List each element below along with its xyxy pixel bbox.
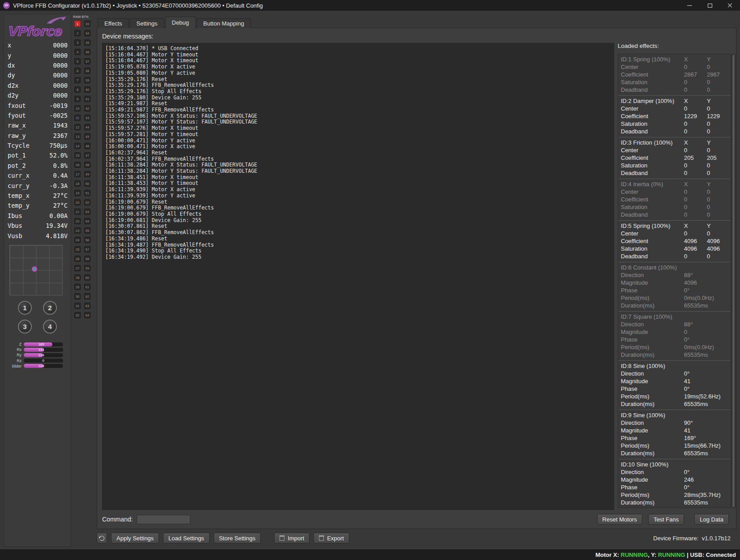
log-line: [15:35:29.180] Device Gain: 255 [105, 95, 611, 101]
effect-header: ID:7 Square (100%) [621, 313, 731, 321]
raw-button-40: 40 [84, 86, 90, 93]
raw-button-3: 3 [74, 39, 81, 46]
axis-bars: Z185Rx131Ry124Rz0Slider128 [7, 342, 63, 369]
effect-header: ID:2 Damper (100%)XY [621, 97, 731, 105]
raw-button-7: 7 [74, 77, 81, 83]
window-title: VPforce FFB Configurator (v1.0.17b2) • J… [13, 2, 263, 9]
effect-param-value-x: 88° [684, 271, 707, 279]
log-line: [15:35:29.176] Stop All Effects [105, 89, 611, 95]
effect-title: ID:4 Inertia (0%) [621, 180, 684, 188]
effect-param-label: Magnitude [621, 328, 684, 336]
effect-param-value-x: 19ms(52.6Hz) [684, 393, 707, 400]
apply-settings-button[interactable]: Apply Settings [111, 533, 159, 543]
effect-param-label: Magnitude [621, 377, 684, 385]
log-line: [15:49:21.987] Reset [105, 101, 611, 107]
effect-param-value-y: 4096 [707, 237, 731, 245]
effects-scrollbar[interactable] [731, 54, 736, 508]
raw-button-2: 2 [74, 30, 81, 36]
telemetry-readout: x0000y0000dx0000dy0000d2x0000d2y0000fxou… [8, 40, 68, 241]
minimize-button[interactable] [680, 0, 700, 11]
log-line: [15:19:05.078] Motor X active [105, 64, 611, 70]
effect-col-x: X [684, 139, 707, 146]
effect-col-y: Y [707, 222, 731, 230]
telemetry-row-raw_x: raw_x1943 [8, 120, 68, 130]
effects-scrollbar-handle[interactable] [732, 55, 735, 507]
button-indicator-4: 4 [43, 320, 57, 333]
telemetry-row-raw_y: raw_y2367 [8, 131, 68, 141]
effect-param-label: Duration(ms) [621, 449, 684, 457]
effect-param-row: Period(ms)0ms(0.0Hz) [621, 294, 731, 302]
refresh-button[interactable] [97, 533, 107, 543]
log-data-button[interactable]: Log Data [694, 514, 729, 525]
raw-button-43: 43 [84, 115, 90, 121]
effect-param-label: Period(ms) [621, 294, 684, 302]
telemetry-label: y [8, 52, 11, 59]
axis-value: 131 [24, 348, 44, 352]
effect-param-row: Period(ms)0ms(0.0Hz) [621, 343, 731, 351]
telemetry-value: 2367 [53, 132, 68, 139]
store-settings-button[interactable]: Store Settings [214, 533, 261, 543]
effect-param-value-y: 0 [707, 252, 731, 260]
telemetry-label: pot_1 [8, 152, 26, 159]
raw-button-24: 24 [74, 237, 81, 243]
close-button[interactable] [720, 0, 740, 11]
effect-param-row: Direction90° [621, 419, 731, 427]
effect-param-value-x: 4096 [684, 245, 707, 252]
device-messages-console[interactable]: [15:16:04.370] * USB Connected[15:16:04.… [102, 43, 614, 510]
log-line: [15:49:21.987] FFB_RemoveAllEffects [105, 107, 611, 113]
telemetry-row-d2x: d2x0000 [8, 81, 68, 90]
effect-param-row: Deadband00 [621, 252, 731, 260]
raw-button-47: 47 [84, 152, 90, 158]
telemetry-panel: VPforce x0000y0000dx0000dy0000d2x0000d2y… [4, 14, 71, 547]
effect-param-value-x: 169° [684, 434, 707, 442]
maximize-button[interactable] [700, 0, 720, 11]
effect-header: ID:4 Inertia (0%)XY [621, 180, 731, 188]
telemetry-value: -0.3A [49, 182, 68, 189]
raw-button-16: 16 [74, 162, 81, 168]
effect-param-value-x: 15ms(66.7Hz) [684, 442, 707, 449]
raw-button-15: 15 [74, 152, 81, 158]
effect-param-label: Phase [621, 385, 684, 393]
load-settings-button[interactable]: Load Settings [163, 533, 210, 543]
telemetry-value: 4.818V [46, 232, 68, 239]
effect-col-y: Y [707, 139, 731, 146]
test-fans-button[interactable]: Test Fans [648, 514, 684, 525]
effect-param-label: Magnitude [621, 476, 684, 483]
effect-param-label: Direction [621, 370, 684, 377]
telemetry-label: x [8, 42, 11, 49]
effect-param-label: Period(ms) [621, 491, 684, 499]
export-button[interactable]: Export [314, 533, 349, 543]
effect-param-value-y: 0 [707, 188, 731, 196]
log-line: [16:19:00.679] FFB_RemoveAllEffects [105, 205, 611, 211]
command-input[interactable] [137, 515, 190, 524]
raw-button-55: 55 [84, 227, 90, 234]
debug-action-buttons: Reset Motors Test Fans Log Data [597, 514, 729, 525]
raw-button-56: 56 [84, 237, 90, 243]
tab-debug[interactable]: Debug [165, 17, 196, 28]
raw-button-37: 37 [84, 58, 90, 64]
raw-button-20: 20 [74, 199, 81, 205]
raw-button-1: 1 [74, 21, 81, 27]
effect-param-value-x: 0 [684, 328, 707, 336]
axis-row-rz: Rz0 [7, 358, 63, 363]
command-row: Command: [102, 514, 190, 525]
effect-param-row: Phase169° [621, 434, 731, 442]
tab-settings[interactable]: Settings [130, 18, 164, 28]
telemetry-value: -0019 [49, 102, 68, 109]
telemetry-value: 27°C [53, 192, 68, 199]
effect-param-value-y: 4096 [707, 245, 731, 252]
log-line: [16:11:38.453] Motor Y timeout [105, 180, 611, 187]
effect-param-value-y: 0 [707, 78, 731, 86]
telemetry-row-dx: dx0000 [8, 60, 68, 70]
axis-row-ry: Ry124 [7, 352, 63, 358]
effect-param-label: Center [621, 146, 684, 154]
effect-param-value-x: 0 [684, 146, 707, 154]
axis-value: 185 [24, 342, 44, 346]
tab-effects[interactable]: Effects [98, 18, 129, 28]
axis-track: 124 [24, 353, 63, 357]
tab-button-mapping[interactable]: Button Mapping [197, 18, 251, 28]
import-button[interactable]: Import [274, 533, 310, 543]
telemetry-row-Tcycle: Tcycle750µs [8, 141, 68, 150]
effect-header: ID:3 Friction (100%)XY [621, 139, 731, 146]
reset-motors-button[interactable]: Reset Motors [597, 514, 642, 525]
